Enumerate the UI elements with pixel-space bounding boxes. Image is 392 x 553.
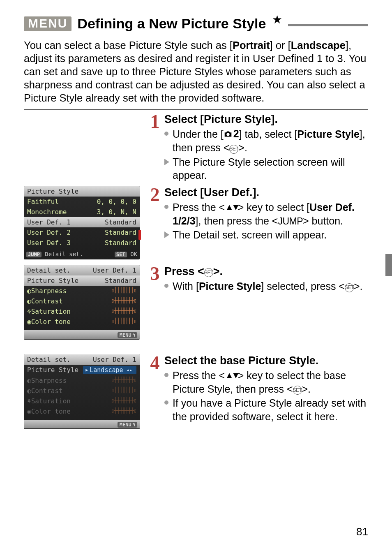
lcd-title: Detail set.User Def. 1	[24, 354, 140, 365]
set-button-icon: SET	[204, 268, 213, 277]
bullet-dot-icon	[164, 205, 168, 209]
step-text: Press the <▲▼> key to select [User Def. …	[173, 201, 368, 227]
list-item: ◐Contrast▯┼┼┼╂┼┼┼▯	[24, 386, 140, 396]
list-item: ◉Color tone▯┼┼┼╂┼┼┼▯	[24, 317, 140, 327]
step-text: If you have a Picture Style already set …	[173, 396, 368, 423]
list-item: Faithful0, 0, 0, 0	[24, 197, 140, 207]
lcd-menubar: MENU ↰	[24, 420, 140, 428]
list-item: ◐Sharpness▯┼┼┼╂┼┼┼▯	[24, 286, 140, 296]
step-2: Picture Style Faithful0, 0, 0, 0 Monochr…	[24, 186, 368, 265]
step-heading: Press <SET>.	[164, 265, 368, 278]
slider-icon: ▯┼┼┼╂┼┼┼▯	[111, 377, 136, 384]
step-text: With [Picture Style] selected, press <SE…	[173, 280, 368, 293]
set-button-icon: SET	[293, 386, 302, 395]
heading-rule	[288, 24, 368, 26]
page-title: Defining a New Picture Style	[77, 16, 266, 32]
step-heading: Select [User Def.].	[164, 186, 368, 199]
list-item: ◐Sharpness▯┼┼┼╂┼┼┼▯	[24, 375, 140, 386]
jump-pill-icon: JUMP	[26, 252, 42, 257]
dropdown-chip: ▶Landscape◂▸	[83, 366, 136, 374]
list-item: ⚘Saturation▯┼┼┼╂┼┼┼▯	[24, 306, 140, 317]
page-side-tab	[385, 254, 392, 276]
lcd-picture-style-list: Picture Style Faithful0, 0, 0, 0 Monochr…	[24, 186, 140, 259]
lcd-menubar: MENU ↰	[24, 330, 140, 339]
star-icon: ★	[272, 14, 282, 25]
step-number: 2	[148, 185, 162, 204]
jump-button-icon: JUMP	[278, 216, 303, 227]
bullet-dot-icon	[164, 400, 168, 405]
lcd-title: Picture Style	[24, 186, 140, 197]
slider-icon: ▯┼┼┼╂┼┼┼▯	[111, 297, 136, 305]
step-text: Under the [2] tab, select [Picture Style…	[173, 127, 368, 155]
list-item-selected: User Def. 1Standard	[24, 217, 140, 227]
list-item: ◐Contrast▯┼┼┼╂┼┼┼▯	[24, 296, 140, 306]
step-number: 3	[148, 264, 162, 283]
slider-icon: ▯┼┼┼╂┼┼┼▯	[111, 387, 136, 395]
page-heading: MENU Defining a New Picture Style ★	[24, 16, 368, 32]
step-number: 1	[148, 112, 162, 131]
svg-point-0	[226, 133, 229, 136]
list-item-selected: Picture StyleStandard	[24, 275, 140, 286]
updown-arrows-icon: ▲▼	[225, 202, 238, 212]
lcd-detail-set-standard: Detail set.User Def. 1 Picture StyleStan…	[24, 265, 140, 340]
step-heading: Select [Picture Style].	[164, 113, 368, 126]
list-item: Monochrome3, 0, N, N	[24, 207, 140, 217]
step-3: Detail set.User Def. 1 Picture StyleStan…	[24, 265, 368, 345]
slider-icon: ▯┼┼┼╂┼┼┼▯	[111, 407, 136, 415]
bullet-dot-icon	[164, 284, 168, 288]
set-button-icon: SET	[345, 283, 354, 292]
lcd-title: Detail set.User Def. 1	[24, 265, 140, 275]
step-1: 1 Select [Picture Style]. Under the [2] …	[24, 113, 368, 183]
lcd-detail-set-landscape: Detail set.User Def. 1 Picture Style ▶La…	[24, 354, 140, 429]
bullet-dot-icon	[164, 132, 168, 136]
menu-badge: MENU	[24, 16, 71, 31]
list-item: ◉Color tone▯┼┼┼╂┼┼┼▯	[24, 406, 140, 416]
separator	[24, 109, 368, 110]
menu-back-pill-icon: MENU ↰	[118, 332, 137, 338]
triangle-bullet-icon	[164, 159, 169, 165]
step-text: Press the <▲▼> key to select the base Pi…	[173, 369, 368, 396]
page-number: 81	[356, 525, 368, 538]
step-text: The Detail set. screen will appear.	[173, 228, 368, 242]
step-number: 4	[148, 354, 162, 373]
intro-text: You can select a base Picture Style such…	[24, 39, 368, 104]
slider-icon: ▯┼┼┼╂┼┼┼▯	[111, 287, 136, 295]
set-button-icon: SET	[229, 145, 238, 154]
selection-marker-icon	[138, 230, 141, 240]
slider-icon: ▯┼┼┼╂┼┼┼▯	[111, 397, 136, 405]
list-item: Picture Style ▶Landscape◂▸	[24, 365, 140, 375]
list-item: User Def. 2Standard	[24, 227, 140, 238]
step-4: Detail set.User Def. 1 Picture Style ▶La…	[24, 354, 368, 435]
slider-icon: ▯┼┼┼╂┼┼┼▯	[111, 308, 136, 315]
updown-arrows-icon: ▲▼	[225, 370, 238, 380]
list-item: User Def. 3Standard	[24, 238, 140, 248]
menu-back-pill-icon: MENU ↰	[118, 422, 137, 428]
camera-tab-icon: 2	[224, 127, 239, 141]
lcd-footer: JUMP Detail set. SET OK	[24, 250, 140, 259]
bullet-dot-icon	[164, 373, 168, 377]
triangle-bullet-icon	[164, 231, 169, 238]
list-item: ⚘Saturation▯┼┼┼╂┼┼┼▯	[24, 396, 140, 406]
set-pill-icon: SET	[115, 252, 127, 257]
step-heading: Select the base Picture Style.	[164, 354, 368, 367]
step-text: The Picture Style selection screen will …	[173, 155, 368, 182]
slider-icon: ▯┼┼┼╂┼┼┼▯	[111, 318, 136, 326]
